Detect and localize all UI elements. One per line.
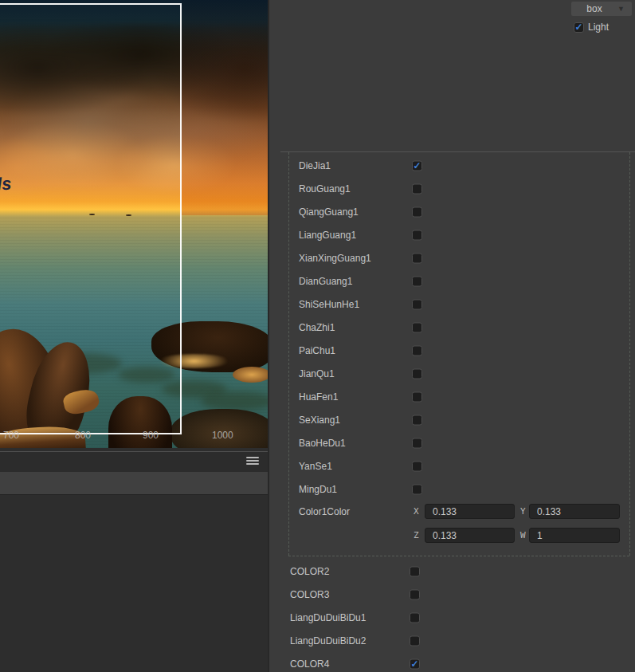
property-label: LiangGuang1 [299, 230, 356, 241]
checkbox[interactable]: ✓ [410, 635, 420, 646]
property-label: MingDu1 [299, 484, 337, 495]
property-label: ShiSeHunHe1 [299, 299, 359, 310]
properties-panel: box ▼ ✓ Light DieJia1✓RouGuang1✓QiangGua… [268, 0, 635, 672]
section-divider [280, 151, 635, 152]
chevron-down-icon: ▼ [617, 5, 632, 13]
property-label: BaoHeDu1 [299, 438, 346, 449]
checkbox[interactable]: ✓ [412, 276, 422, 286]
checkbox[interactable]: ✓ [410, 612, 420, 623]
property-label: COLOR3 [290, 589, 329, 600]
checkbox[interactable]: ✓ [410, 658, 420, 669]
property-row: XianXingGuang1✓ [269, 246, 635, 269]
checkbox[interactable]: ✓ [410, 589, 420, 599]
axis-w-label: W [520, 530, 526, 540]
property-row: ChaZhi1✓ [269, 316, 635, 339]
property-row: DianGuang1✓ [269, 269, 635, 293]
light-checkbox[interactable]: ✓ [574, 22, 584, 33]
property-row: COLOR3✓ [269, 583, 635, 606]
property-label: XianXingGuang1 [299, 253, 371, 264]
menu-icon[interactable] [246, 457, 259, 467]
light-toggle-row: ✓ Light [574, 21, 609, 33]
property-row: SeXiang1✓ [269, 408, 635, 431]
property-row: YanSe1✓ [269, 454, 635, 477]
light-label: Light [588, 22, 609, 33]
ruler-label: 800 [75, 430, 91, 441]
checkbox[interactable]: ✓ [410, 566, 420, 576]
checkbox[interactable]: ✓ [412, 160, 422, 171]
checkbox[interactable]: ✓ [412, 461, 422, 471]
checkbox[interactable]: ✓ [412, 230, 422, 240]
checkbox[interactable]: ✓ [412, 206, 422, 217]
property-label: JianQu1 [299, 368, 335, 379]
bottom-panel [0, 496, 268, 672]
property-label: DianGuang1 [299, 276, 352, 287]
property-label: SeXiang1 [299, 415, 340, 426]
property-label: HuaFen1 [299, 391, 338, 403]
checkbox[interactable]: ✓ [412, 299, 422, 309]
reef-patch [201, 391, 268, 411]
sky-shade [182, 0, 268, 215]
dropdown-value: box [571, 3, 617, 14]
viewport-column: ls 700 800 900 1000 [0, 0, 268, 672]
checkbox[interactable]: ✓ [412, 368, 422, 379]
rock [171, 409, 268, 448]
property-row: JianQu1✓ [269, 362, 635, 385]
property-row: COLOR2✓ [269, 560, 635, 583]
checkbox[interactable]: ✓ [412, 345, 422, 356]
checkbox[interactable]: ✓ [412, 253, 422, 263]
property-label: ChaZhi1 [299, 322, 335, 333]
property-row: PaiChu1✓ [269, 339, 635, 362]
checkbox[interactable]: ✓ [412, 438, 422, 448]
checkbox[interactable]: ✓ [412, 484, 422, 494]
preview-toolbar [0, 451, 268, 472]
property-label: QiangGuang1 [299, 206, 359, 218]
rock [233, 367, 268, 383]
property-row: LiangDuDuiBiDu1✓ [269, 606, 635, 629]
group-guide-line [288, 556, 629, 556]
property-row: MingDu1✓ [269, 477, 635, 501]
checkbox[interactable]: ✓ [412, 183, 422, 194]
property-row: DieJia1✓ [269, 154, 635, 177]
panel-strip [0, 472, 268, 495]
axis-y-input[interactable] [529, 504, 620, 519]
property-label: Color1Color [299, 506, 350, 517]
property-label: DieJia1 [299, 160, 331, 171]
property-row: QiangGuang1✓ [269, 200, 635, 223]
property-label: LiangDuDuiBiDu1 [290, 612, 366, 623]
property-label: LiangDuDuiBiDu2 [290, 635, 366, 646]
checkbox[interactable]: ✓ [412, 415, 422, 425]
axis-x-label: X [414, 506, 419, 517]
property-label: RouGuang1 [299, 183, 351, 195]
property-row: BaoHeDu1✓ [269, 431, 635, 454]
ruler-label: 1000 [212, 430, 233, 441]
axis-y-label: Y [520, 506, 526, 517]
axis-z-input[interactable] [425, 528, 515, 543]
property-label: PaiChu1 [299, 345, 335, 356]
property-group-2: COLOR2✓COLOR3✓LiangDuDuiBiDu1✓LiangDuDui… [269, 560, 635, 672]
property-row: LiangGuang1✓ [269, 223, 635, 246]
axis-x-input[interactable] [425, 504, 515, 519]
checkbox[interactable]: ✓ [412, 322, 422, 332]
axis-z-label: Z [414, 530, 419, 540]
property-group-1: DieJia1✓RouGuang1✓QiangGuang1✓LiangGuang… [269, 154, 635, 501]
ruler-label: 700 [3, 430, 19, 441]
property-label: COLOR2 [290, 566, 329, 577]
axis-w-input[interactable] [529, 528, 620, 543]
shape-dropdown[interactable]: box ▼ [571, 2, 632, 16]
watermark-text: ls [0, 174, 12, 195]
property-row: COLOR4✓ [269, 652, 635, 672]
vector-field: Color1Color X Y Z W [269, 504, 635, 550]
scene-preview[interactable]: ls 700 800 900 1000 [0, 0, 268, 448]
selection-rectangle[interactable] [0, 3, 182, 434]
property-row: LiangDuDuiBiDu2✓ [269, 629, 635, 652]
property-row: RouGuang1✓ [269, 177, 635, 200]
property-label: COLOR4 [290, 658, 329, 670]
property-row: ShiSeHunHe1✓ [269, 293, 635, 316]
checkbox[interactable]: ✓ [412, 391, 422, 402]
property-row: HuaFen1✓ [269, 385, 635, 408]
property-label: YanSe1 [299, 461, 332, 472]
ruler-label: 900 [143, 430, 159, 441]
